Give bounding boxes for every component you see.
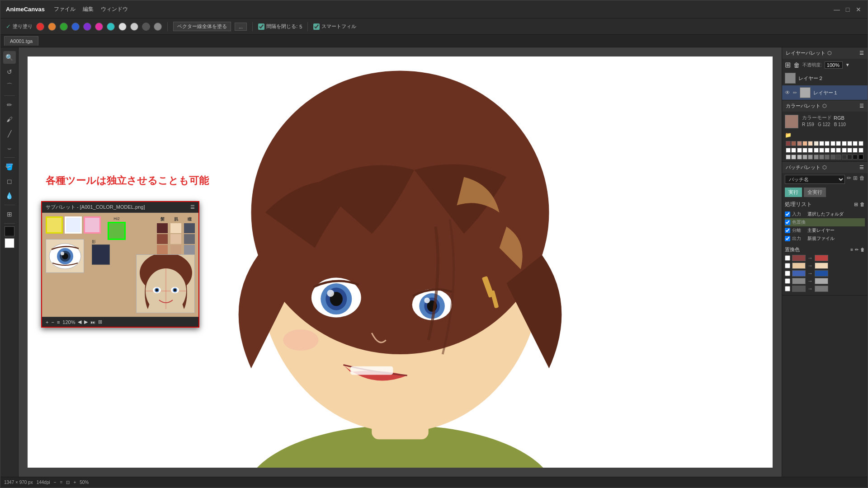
footer-end-icon[interactable]: ⏭ [90, 319, 95, 325]
cm-to-1[interactable] [815, 255, 828, 261]
pc-r3-8[interactable] [825, 155, 830, 160]
cm-list-icon[interactable]: ≡ [850, 247, 853, 252]
tab-file[interactable]: A0001.tga [4, 36, 38, 46]
pc-6[interactable] [814, 141, 819, 146]
pc-r3-5[interactable] [808, 155, 813, 160]
cm-from-2[interactable] [792, 263, 806, 269]
color-dot-pink[interactable] [95, 23, 103, 31]
color-dot-cyan[interactable] [107, 23, 115, 31]
pc-4[interactable] [802, 141, 807, 146]
swatch-pink[interactable] [84, 216, 101, 234]
zoom-equals-icon[interactable]: = [60, 480, 63, 485]
pc-r3-11[interactable] [842, 155, 847, 160]
tool-line[interactable]: ╱ [3, 127, 16, 140]
smart-fill-checkbox[interactable] [313, 23, 320, 30]
footer-plus[interactable]: + [46, 319, 48, 325]
color-preview-swatch[interactable] [785, 115, 798, 128]
color-dot-dark2[interactable] [154, 23, 162, 31]
pc-13[interactable] [853, 141, 858, 146]
pc-3[interactable] [797, 141, 802, 146]
process-separate-checkbox[interactable] [785, 228, 790, 233]
tool-fill[interactable]: 🪣 [3, 160, 16, 173]
cm-checkbox-1[interactable] [785, 255, 790, 261]
color-palette-expand-icon[interactable]: ⬡ [822, 103, 827, 109]
pc-r2-3[interactable] [797, 148, 802, 153]
cm-checkbox-5[interactable] [785, 286, 790, 291]
footer-minus[interactable]: − [51, 319, 54, 325]
skin-swatch-2-1[interactable] [170, 223, 181, 233]
footer-equals[interactable]: ≡ [57, 319, 60, 325]
cm-to-3[interactable] [815, 270, 828, 277]
fit-icon[interactable]: ⊡ [66, 480, 70, 485]
layer-palette-menu-icon[interactable]: ☰ [859, 50, 864, 56]
pc-r3-4[interactable] [802, 155, 807, 160]
eye-swatch-3-2[interactable] [184, 234, 195, 244]
pc-r2-5[interactable] [808, 148, 813, 153]
cm-from-5[interactable] [792, 286, 806, 292]
process-add-icon[interactable]: ⊞ [854, 202, 858, 207]
tool-curve[interactable]: ⌣ [3, 142, 16, 155]
footer-play-icon[interactable]: ▶ [84, 319, 88, 325]
color-dot-dark1[interactable] [142, 23, 150, 31]
skin-swatch-2-2[interactable] [170, 234, 181, 244]
pc-r2-14[interactable] [859, 148, 863, 153]
run-all-button[interactable]: 全実行 [804, 188, 826, 197]
pc-r3-9[interactable] [830, 155, 835, 160]
color-palette-menu-icon[interactable]: ☰ [859, 103, 864, 109]
pc-r3-10[interactable] [836, 155, 841, 160]
pc-r3-3[interactable] [797, 155, 802, 160]
cm-to-2[interactable] [815, 263, 828, 269]
pc-r3-6[interactable] [814, 155, 819, 160]
cm-delete-icon[interactable]: 🗑 [860, 247, 865, 252]
pc-12[interactable] [847, 141, 852, 146]
close-interval-checkbox[interactable] [258, 23, 264, 30]
cm-from-3[interactable] [792, 270, 806, 277]
maximize-button[interactable]: □ [844, 6, 851, 13]
hair-swatch-1-2[interactable] [157, 234, 168, 244]
zoom-minus-icon[interactable]: − [54, 480, 57, 485]
swatch-white-blue[interactable] [65, 216, 82, 234]
pc-9[interactable] [830, 141, 835, 146]
pc-r2-8[interactable] [825, 148, 830, 153]
color-dot-white2[interactable] [130, 23, 138, 31]
process-delete-icon[interactable]: 🗑 [860, 202, 865, 207]
batch-palette-expand-icon[interactable]: ⬡ [822, 164, 827, 170]
tool-pen[interactable]: ✏ [3, 99, 16, 111]
process-output-checkbox[interactable] [785, 236, 790, 241]
vector-paint-button[interactable]: ベクター線全体を塗る [173, 22, 231, 31]
tool-eraser[interactable]: ◻ [3, 175, 16, 188]
bg-color-swatch[interactable] [5, 238, 14, 248]
pc-r2-1[interactable] [786, 148, 791, 153]
opacity-dropdown-icon[interactable]: ▼ [845, 62, 850, 67]
fg-color-swatch[interactable] [5, 226, 14, 236]
run-button[interactable]: 実行 [785, 188, 802, 197]
tool-eyedrop[interactable]: 💧 [3, 189, 16, 202]
pc-r2-2[interactable] [791, 148, 796, 153]
hair-swatch-1-3[interactable] [157, 245, 168, 255]
color-dot-orange[interactable] [48, 23, 56, 31]
tool-brush[interactable]: 🖌 [3, 113, 16, 126]
pc-r2-9[interactable] [830, 148, 835, 153]
tool-magnify[interactable]: 🔍 [3, 51, 16, 64]
batch-copy-icon[interactable]: ⊞ [853, 175, 858, 184]
pc-5[interactable] [808, 141, 813, 146]
dark-swatch[interactable] [92, 244, 110, 265]
pc-r3-12[interactable] [847, 155, 852, 160]
hair-swatch-1-1[interactable] [157, 223, 168, 233]
color-dot-green[interactable] [60, 23, 68, 31]
sub-palette-menu-icon[interactable]: ☰ [190, 204, 195, 210]
skin-swatch-2-3[interactable] [170, 245, 181, 255]
folder-icon[interactable]: 📁 [785, 132, 792, 138]
hi2-swatch[interactable] [108, 222, 126, 240]
process-input-checkbox[interactable] [785, 211, 790, 217]
eye-swatch-3-1[interactable] [184, 223, 195, 233]
pc-11[interactable] [842, 141, 847, 146]
pc-r2-11[interactable] [842, 148, 847, 153]
menu-file[interactable]: ファイル [54, 5, 75, 13]
pc-r2-13[interactable] [853, 148, 858, 153]
tool-lasso[interactable]: ⌒ [3, 80, 16, 93]
pc-1[interactable] [786, 141, 791, 146]
eye-swatch-3-3[interactable] [184, 245, 195, 255]
pc-2[interactable] [791, 141, 796, 146]
menu-window[interactable]: ウィンドウ [101, 5, 128, 13]
